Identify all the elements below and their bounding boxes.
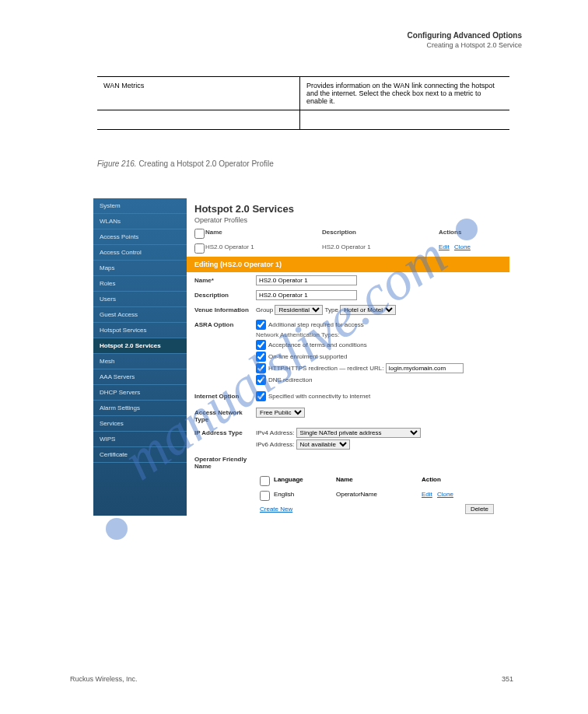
venue-label: Venue Information (190, 305, 256, 313)
type-label: Type (325, 306, 338, 313)
ofn-label: Operator Friendly Name (190, 454, 256, 470)
nat-terms-checkbox[interactable] (256, 340, 266, 350)
table-cell-label: WAN Metrics (97, 77, 299, 110)
ofn-edit-link[interactable]: Edit (422, 491, 432, 498)
footer-left: Ruckus Wireless, Inc. (70, 675, 138, 683)
ofn-col-action: Action (422, 476, 484, 488)
ipt-label: IP Address Type (190, 428, 256, 436)
internet-label: Internet Option (190, 391, 256, 400)
sidebar-item-certificate[interactable]: Certificate (93, 447, 187, 463)
create-new-link[interactable]: Create New (260, 506, 292, 513)
sidebar-item-mesh[interactable]: Mesh (93, 354, 187, 369)
ofn-select-all[interactable] (260, 476, 270, 486)
doc-table: WAN Metrics Provides information on the … (97, 76, 509, 130)
nat-redirect-label: HTTP/HTTPS redirection — redirect URL: (268, 365, 383, 372)
nat-redirect-checkbox[interactable] (256, 363, 266, 373)
group-label: Group (256, 306, 273, 313)
screenshot: System WLANs Access Points Access Contro… (93, 198, 509, 516)
main-pane: Hotspot 2.0 Services Operator Profiles N… (187, 198, 509, 516)
sidebar-item-guest-access[interactable]: Guest Access (93, 307, 187, 323)
internet-checkbox[interactable] (256, 391, 266, 401)
col-name: Name (205, 229, 322, 240)
sidebar: System WLANs Access Points Access Contro… (93, 198, 187, 516)
figure-number: Figure 216. (97, 159, 137, 168)
ipv6-select[interactable]: Not available (296, 439, 350, 450)
delete-button[interactable]: Delete (465, 504, 494, 514)
sidebar-item-users[interactable]: Users (93, 292, 187, 307)
ipv4-select[interactable]: Single NATed private address (296, 428, 421, 438)
ofn-row: English OperatorName Edit Clone (260, 489, 493, 504)
desc-field[interactable] (256, 290, 357, 300)
internet-check-label: Specified with connectivity to internet (268, 393, 370, 400)
nat-dns-checkbox[interactable] (256, 375, 266, 385)
ofn-row-lang: English (274, 491, 336, 502)
sidebar-item-hotspot-services[interactable]: Hotspot Services (93, 323, 187, 338)
sidebar-item-system[interactable]: System (93, 198, 187, 214)
sidebar-item-services[interactable]: Services (93, 416, 187, 432)
figure-caption: Figure 216. Creating a Hotspot 2.0 Opera… (97, 159, 274, 168)
nat-header: Network Authentication Types: (256, 331, 509, 338)
group-select[interactable]: Residential (275, 305, 323, 315)
ofn-row-checkbox[interactable] (260, 491, 270, 501)
page-subtitle: Operator Profiles (187, 216, 509, 227)
figure-title: Creating a Hotspot 2.0 Operator Profile (138, 159, 273, 168)
clone-link[interactable]: Clone (454, 243, 471, 250)
ant-label: Access Network Type (190, 408, 256, 423)
redirect-url-field[interactable] (386, 363, 464, 373)
ant-select[interactable]: Free Public (256, 408, 305, 418)
ipv4-label: IPv4 Address: (256, 429, 294, 436)
name-label: Name* (190, 275, 256, 284)
ipv6-label: IPv6 Address: (256, 441, 294, 448)
form: Name* Description Venue Information Grou… (187, 272, 509, 516)
sidebar-item-alarm-settings[interactable]: Alarm Settings (93, 401, 187, 416)
sidebar-item-dhcp-servers[interactable]: DHCP Servers (93, 385, 187, 401)
editing-banner: Editing (HS2.0 Operator 1) (187, 257, 509, 272)
sidebar-item-access-points[interactable]: Access Points (93, 229, 187, 245)
doc-section-sub: Creating a Hotspot 2.0 Service (408, 41, 522, 49)
nat-terms-label: Acceptance of terms and conditions (268, 341, 367, 348)
svg-point-2 (106, 518, 128, 540)
profiles-table-header: Name Description Actions (187, 227, 509, 242)
sidebar-item-maps[interactable]: Maps (93, 261, 187, 276)
col-desc: Description (322, 229, 439, 240)
ofn-col-name: Name (336, 476, 422, 488)
name-field[interactable] (256, 275, 357, 285)
asra-label: ASRA Option (190, 320, 256, 328)
table-cell-value: Provides information on the WAN link con… (299, 77, 509, 110)
footer-page-number: 351 (502, 675, 513, 683)
sidebar-item-access-control[interactable]: Access Control (93, 245, 187, 261)
nat-enrol-checkbox[interactable] (256, 352, 266, 362)
sidebar-item-wips[interactable]: WIPS (93, 432, 187, 447)
doc-section-title: Configuring Advanced Options (408, 31, 522, 40)
nat-enrol-label: On-line enrolment supported (268, 353, 347, 360)
page-title: Hotspot 2.0 Services (187, 198, 509, 216)
sidebar-item-aaa-servers[interactable]: AAA Servers (93, 369, 187, 385)
table-row: HS2.0 Operator 1 HS2.0 Operator 1 Edit C… (187, 242, 509, 257)
page-footer: Ruckus Wireless, Inc. 351 (70, 675, 513, 683)
row-desc: HS2.0 Operator 1 (322, 243, 439, 255)
sidebar-item-wlans[interactable]: WLANs (93, 214, 187, 229)
ofn-col-lang: Language (274, 476, 336, 488)
asra-check-label: Additional step required for access (268, 321, 364, 328)
col-actions: Actions (439, 229, 493, 240)
type-select[interactable]: Hotel or Motel (340, 305, 396, 315)
ofn-row-name: OperatorName (336, 491, 422, 502)
ofn-table: Language Name Action English OperatorNam… (260, 474, 493, 504)
desc-label: Description (190, 290, 256, 299)
select-all-checkbox[interactable] (194, 229, 205, 239)
row-name: HS2.0 Operator 1 (205, 243, 322, 255)
row-checkbox[interactable] (194, 243, 205, 254)
asra-checkbox[interactable] (256, 320, 266, 330)
ofn-clone-link[interactable]: Clone (437, 491, 453, 498)
sidebar-item-hotspot20-services[interactable]: Hotspot 2.0 Services (93, 338, 187, 354)
edit-link[interactable]: Edit (439, 243, 450, 250)
sidebar-item-roles[interactable]: Roles (93, 276, 187, 292)
nat-dns-label: DNS redirection (268, 376, 312, 383)
